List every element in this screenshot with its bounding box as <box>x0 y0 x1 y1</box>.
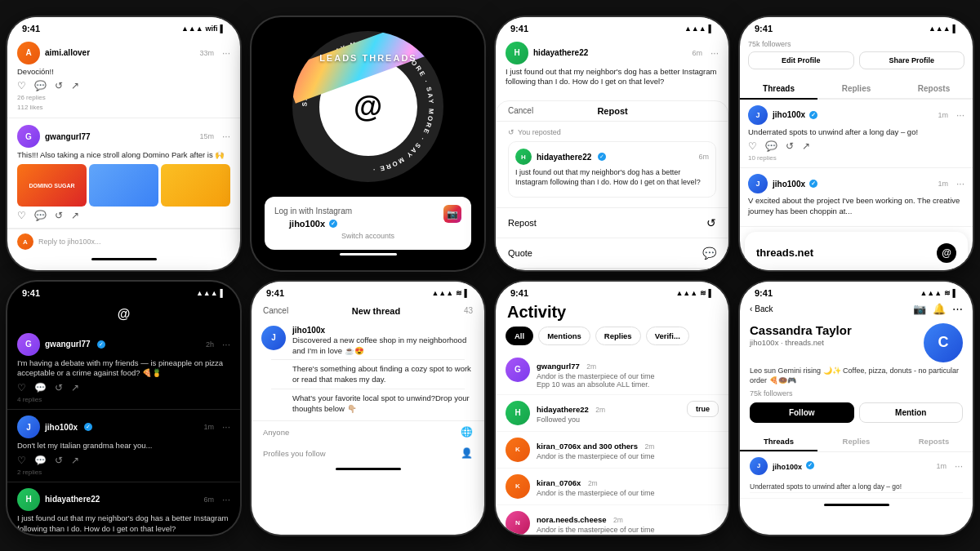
activity-tab-verified[interactable]: Verifi... <box>646 327 689 345</box>
dark-post-meta-1: 4 replies <box>17 396 230 403</box>
repost-post-dots[interactable]: ··· <box>710 47 719 59</box>
dark-post-header-3: H hidayathere22 6m ··· <box>17 488 230 511</box>
repost-icon-2[interactable]: ↺ <box>55 210 63 221</box>
comment-icon-2[interactable]: 💬 <box>34 210 47 221</box>
reply-area: A Reply to jiho100x... <box>7 229 240 254</box>
post-time-2: 15m <box>199 132 214 140</box>
dark-repost-2[interactable]: ↺ <box>55 455 63 466</box>
dark-verified-2 <box>84 423 92 431</box>
repost-avatar: H <box>506 42 528 64</box>
quote-option[interactable]: Quote 💬 <box>497 238 728 269</box>
activity-tab-replies[interactable]: Replies <box>595 327 641 345</box>
dark-post-text-3: I just found out that my neighbor's dog … <box>17 513 230 535</box>
dark-comment-1[interactable]: 💬 <box>34 382 47 393</box>
repost-option[interactable]: Repost ↺ <box>497 208 728 238</box>
battery-5: ▌ <box>220 289 225 297</box>
phone-compose: 9:41 ▲▲▲ ≋ ▌ Cancel New thread 43 J jiho… <box>252 282 484 535</box>
login-area[interactable]: Log in with Instagram jiho100x 📷 Switch … <box>265 197 471 250</box>
compose-header: Cancel New thread 43 <box>252 300 484 319</box>
repost-sheet: Cancel Repost ↺ You reposted H hidayathe… <box>496 100 728 269</box>
compose-text-2[interactable]: There's something about finding a cozy s… <box>261 363 474 385</box>
audience-section: Anyone 🌐 Profiles you follow 👤 <box>252 420 484 464</box>
repost-4-1[interactable]: ↺ <box>786 140 794 152</box>
post-dots-2[interactable]: ··· <box>222 131 230 142</box>
activity-tabs: All Mentions Replies Verifi... <box>496 327 728 352</box>
signal-8: ▲▲▲ ≋ <box>920 289 950 297</box>
battery-8: ▌ <box>953 289 958 297</box>
like-icon[interactable]: ♡ <box>17 80 26 91</box>
audience-row-2[interactable]: Profiles you follow 👤 <box>252 442 484 464</box>
repost-post-area: H hidayathere22 6m ··· I just found out … <box>496 35 728 98</box>
switch-accounts[interactable]: Switch accounts <box>274 232 461 240</box>
dark-post-dots-2[interactable]: ··· <box>222 421 230 433</box>
more-nav-icon[interactable]: ⋯ <box>952 303 963 315</box>
time-6: 9:41 <box>266 288 284 298</box>
login-label: Log in with Instagram <box>274 207 352 216</box>
dark-like-2[interactable]: ♡ <box>17 455 26 466</box>
avatar-2: G <box>17 125 40 148</box>
profile-mention-btn[interactable]: Mention <box>859 402 964 423</box>
status-icons-4: ▲▲▲ ▌ <box>929 24 958 33</box>
dark-share-2[interactable]: ↗ <box>71 455 79 466</box>
share-icon-2[interactable]: ↗ <box>71 210 79 221</box>
compose-cancel-btn[interactable]: Cancel <box>263 306 288 315</box>
dark-share-1[interactable]: ↗ <box>71 382 79 393</box>
profile-post-dots-1[interactable]: ··· <box>956 109 964 121</box>
act-avatar-5: N <box>506 511 530 535</box>
compose-text-3[interactable]: What's your favorite local spot to unwin… <box>261 393 474 415</box>
tab-replies[interactable]: Replies <box>817 79 895 98</box>
tab-reposts[interactable]: Reposts <box>895 79 973 98</box>
edit-profile-btn[interactable]: Edit Profile <box>748 51 854 69</box>
dark-post-dots-1[interactable]: ··· <box>222 339 230 350</box>
profile-post-dots-2[interactable]: ··· <box>956 178 964 189</box>
activity-item-3: K kiran_0706x and 300 others 2m Andor is… <box>496 432 728 469</box>
repost-inner-user: hidayathere22 <box>537 153 591 162</box>
profile-follow-btn[interactable]: Follow <box>750 402 854 423</box>
post-meta-1: 26 replies <box>17 94 230 101</box>
mini-tab-reposts[interactable]: Reposts <box>895 433 973 451</box>
compose-area[interactable]: J jiho100x Discovered a new coffee shop … <box>252 319 484 421</box>
repost-option-label: Repost <box>508 218 537 228</box>
share-icon[interactable]: ↗ <box>71 80 79 91</box>
back-btn[interactable]: ‹ Back <box>750 304 773 313</box>
modal-cancel-btn[interactable]: Cancel <box>508 106 533 116</box>
dark-post-dots-3[interactable]: ··· <box>222 494 230 505</box>
like-icon-2[interactable]: ♡ <box>17 210 26 221</box>
reply-placeholder[interactable]: Reply to jiho100x... <box>38 238 101 246</box>
time-5: 9:41 <box>22 288 40 298</box>
activity-tab-mentions[interactable]: Mentions <box>538 327 590 345</box>
activity-tab-all[interactable]: All <box>506 327 533 345</box>
dark-comment-2[interactable]: 💬 <box>34 455 47 466</box>
time-1: 9:41 <box>22 24 40 33</box>
post-dots-1[interactable]: ··· <box>222 47 230 59</box>
share-profile-btn[interactable]: Share Profile <box>859 51 965 69</box>
audience-label-1: Anyone <box>263 428 289 437</box>
tab-threads[interactable]: Threads <box>740 79 817 100</box>
like-4-1[interactable]: ♡ <box>748 140 757 152</box>
profile-tabs: Threads Replies Reposts <box>740 79 973 100</box>
post-likes-1: 112 likes <box>17 104 230 111</box>
profile-post-actions-1: ♡ 💬 ↺ ↗ <box>748 140 964 152</box>
fedi-header: threads.net @ <box>756 243 956 263</box>
act-user-5: nora.needs.cheese <box>537 515 607 524</box>
dark-repost-1[interactable]: ↺ <box>55 382 63 393</box>
comment-icon[interactable]: 💬 <box>34 80 47 91</box>
instagram-nav-icon[interactable]: 📷 <box>913 303 926 315</box>
activity-title: Activity <box>496 300 728 327</box>
comment-4-1[interactable]: 💬 <box>765 140 777 152</box>
dark-like-1[interactable]: ♡ <box>17 382 26 393</box>
mini-post-dots-1[interactable]: ··· <box>955 460 963 472</box>
compose-text-1[interactable]: Discovered a new coffee shop in my neigh… <box>292 335 474 357</box>
follow-button[interactable]: true <box>687 401 719 417</box>
act-text-1b: Epp 10 was an absolute ALL timer. <box>537 380 719 389</box>
share-4-1[interactable]: ↗ <box>802 140 810 152</box>
audience-row-1[interactable]: Anyone 🌐 <box>252 421 484 442</box>
repost-icon[interactable]: ↺ <box>55 80 63 91</box>
mini-tab-replies[interactable]: Replies <box>817 433 895 451</box>
mini-tab-threads[interactable]: Threads <box>740 433 817 451</box>
main-grid: 9:41 ▲▲▲ wifi ▌ A aimi.allover 33m ··· D… <box>0 2 980 549</box>
mini-tabs: Threads Replies Reposts <box>740 433 973 452</box>
bell-nav-icon[interactable]: 🔔 <box>933 303 946 315</box>
battery-4: ▌ <box>953 24 958 33</box>
post-header-1: A aimi.allover 33m ··· <box>17 42 230 64</box>
